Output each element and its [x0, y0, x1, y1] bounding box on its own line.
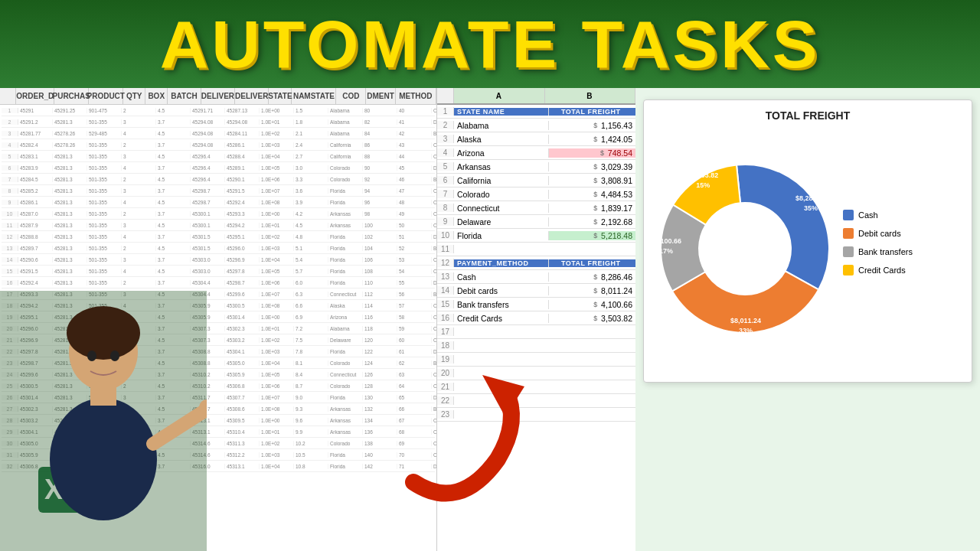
left-sheet-row: 645283.945281.3501-35543.745296.445289.1… [2, 162, 435, 174]
svg-rect-5 [90, 383, 116, 406]
col-header-namstate: NAMSTATE [292, 88, 336, 104]
state-value-cell: $ 3,029.39 [549, 162, 635, 171]
arrow-indicator [398, 360, 574, 513]
col-header-method: METHOD [396, 88, 436, 104]
left-sheet-row: 945286.145281.3501-35544.545298.745292.4… [2, 197, 435, 208]
state-name-cell: California [454, 176, 549, 185]
svg-point-7 [110, 350, 119, 361]
row-num: 14 [437, 286, 454, 295]
state-value-cell: $ 2,192.68 [549, 217, 635, 227]
svg-point-3 [67, 306, 140, 360]
legend-color-box [843, 265, 854, 276]
col-header-state: STATE [269, 88, 292, 104]
person-image [0, 291, 207, 551]
left-sheet-row: 445282.445278.26501-35523.745294.0845286… [2, 139, 435, 151]
payment-table-row: 16 Credit Cards $ 3,503.82 [437, 311, 635, 325]
state-value-cell: $ 1,156.43 [549, 121, 635, 130]
row-num-12: 12 [437, 259, 454, 267]
segment-pct-label: 17% [659, 247, 673, 255]
legend-item-cash: Cash [843, 210, 962, 220]
legend-label: Credit Cards [858, 266, 906, 275]
state-name-cell: Arizona [454, 148, 549, 158]
legend-label: Debit cards [858, 229, 901, 238]
state-value-cell: $ 3,808.91 [549, 176, 635, 185]
segment-value-label: $8,286.46 [795, 194, 826, 202]
col-a-header: A [454, 88, 545, 103]
payment-table-row: 14 Debit cards $ 8,011.24 [437, 284, 635, 298]
row-num-1: 1 [437, 107, 454, 116]
left-sheet-row: 845285.245281.3501-35533.745298.745291.5… [2, 185, 435, 197]
state-name-header: STATE NAME [454, 108, 549, 116]
state-table-row: 9 Delaware $ 2,192.68 [437, 215, 635, 229]
left-sheet-row: 745284.545281.3501-35524.545296.445290.1… [2, 174, 435, 185]
empty-row: 18 [437, 339, 635, 353]
payment-table-row: 13 Cash $ 8,286.46 [437, 270, 635, 284]
legend-color-box [843, 210, 854, 220]
legend-item-credit-cards: Credit Cards [843, 265, 962, 276]
row-num: 4 [437, 148, 454, 157]
state-value-cell: $ 748.54 [549, 148, 635, 158]
state-table-row: 4 Arizona $ 748.54 [437, 146, 635, 160]
state-name-cell: Florida [454, 231, 549, 240]
col-header-cod: COD [336, 88, 366, 104]
segment-value-label: $3,503.82 [688, 171, 718, 179]
chart-container: TOTAL FREIGHT $8,286.4635%$8,011.2433%$4… [643, 99, 972, 383]
left-sheet-row: 14529145291.25901-47524.545291.7145287.1… [2, 105, 435, 116]
row-num: 5 [437, 162, 454, 171]
state-table-row: 10 Florida $ 5,218.48 [437, 229, 635, 243]
chart-body: $8,286.4635%$8,011.2433%$4,100.6617%$3,5… [653, 128, 962, 357]
state-rows: 2 Alabama $ 1,156.43 3 Alaska $ 1,424.05… [437, 119, 635, 243]
state-name-cell: Alabama [454, 121, 549, 130]
empty-row: 17 [437, 325, 635, 339]
row-num: 7 [437, 190, 454, 198]
row-num-col-header [437, 88, 454, 103]
left-sheet-row: 1345289.745281.3501-35524.545301.545296.… [2, 243, 435, 254]
row-num: 8 [437, 204, 454, 212]
col-header-order: ORDER_D [16, 88, 54, 104]
payment-rows: 13 Cash $ 8,286.46 14 Debit cards $ 8,01… [437, 270, 635, 325]
left-sheet-row: 1045287.045281.3501-35523.745300.145293.… [2, 208, 435, 220]
left-column-headers: ORDER_D PURCHAS PRODUCT QTY BOX BATCH DE… [0, 88, 436, 105]
left-sheet-row: 1245288.845281.3501-35543.745301.545295.… [2, 231, 435, 243]
person-silhouette [0, 291, 207, 551]
row-num: 15 [437, 300, 454, 308]
table-column-header: A B [437, 88, 635, 105]
legend-item-bank-transfers: Bank transfers [843, 246, 962, 257]
state-table-row: 8 Connecticut $ 1,839.17 [437, 201, 635, 215]
left-sheet-row: 545283.145281.3501-35534.545296.445288.4… [2, 151, 435, 162]
segment-value-label: $8,011.24 [730, 317, 761, 324]
payment-total-freight-header: TOTAL FREIGHT [549, 259, 635, 267]
payment-method-cell: Bank transfers [454, 300, 549, 309]
legend-color-box [843, 228, 854, 239]
banner-title: AUTOMATE TASKS [160, 11, 821, 78]
state-header-row: 1 STATE NAME TOTAL FREIGHT [437, 105, 635, 119]
row-num: 17 [437, 328, 454, 336]
legend-label: Cash [858, 210, 878, 220]
legend-color-box [843, 246, 854, 257]
state-table-row: 6 California $ 3,808.91 [437, 174, 635, 187]
col-header-delivery: DELIVER [201, 88, 235, 104]
payment-value-cell: $ 3,503.82 [549, 314, 635, 323]
left-sheet-row: 245291.245281.3501-35533.745294.0845294.… [2, 116, 435, 128]
payment-value-cell: $ 4,100.66 [549, 300, 635, 309]
payment-header-row: 12 PAYMENT_METHOD TOTAL FREIGHT [437, 256, 635, 270]
donut-chart: $8,286.4635%$8,011.2433%$4,100.6617%$3,5… [653, 135, 837, 350]
col-header-box: BOX [145, 88, 168, 104]
col-header-deliver2: DELIVER [235, 88, 269, 104]
row-num: 18 [437, 341, 454, 350]
row-num: 6 [437, 176, 454, 184]
payment-value-cell: $ 8,011.24 [549, 286, 635, 295]
payment-method-cell: Credit Cards [454, 314, 549, 323]
payment-method-cell: Debit cards [454, 286, 549, 295]
svg-point-6 [87, 350, 96, 361]
legend-item-debit-cards: Debit cards [843, 228, 962, 239]
payment-method-cell: Cash [454, 272, 549, 282]
segment-value-label: $4,100.66 [653, 237, 681, 245]
chart-legend: CashDebit cardsBank transfersCredit Card… [837, 210, 962, 276]
left-sheet-row: 1645292.445281.3501-35523.745304.445298.… [2, 277, 435, 289]
row-num-11: 11 [437, 245, 454, 253]
segment-pct-label: 15% [696, 181, 710, 189]
col-header-qty: QTY [123, 88, 145, 104]
total-freight-header: TOTAL FREIGHT [549, 108, 635, 116]
empty-row-11: 11 [437, 243, 635, 256]
